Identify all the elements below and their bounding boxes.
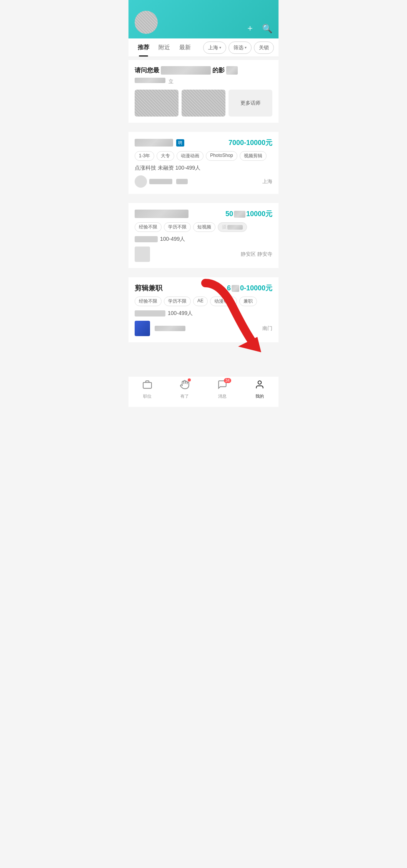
job-card-1[interactable]: 聘 7000-10000元 1-3年 大专 动漫动画 PhotoShop 视频剪… [128, 132, 279, 194]
tab-recommend[interactable]: 推荐 [133, 38, 154, 57]
banner-img-1[interactable] [135, 90, 178, 117]
banner-img-2[interactable] [182, 90, 225, 117]
nav-item-yoyle[interactable]: 有了 [173, 380, 196, 399]
job-card-2[interactable]: 5010000元 经验不限 学历不限 短视频 摄 100-499人 静安区 静安… [128, 203, 279, 268]
job2-tags: 经验不限 学历不限 短视频 摄 [135, 222, 272, 232]
job3-recruiter-avatar [135, 321, 150, 336]
chat-icon: 34 [217, 380, 227, 392]
job2-company: 100-499人 [135, 236, 272, 243]
avatar [135, 11, 158, 34]
nav-item-messages[interactable]: 34 消息 [211, 380, 234, 399]
job-card-3[interactable]: 剪辑兼职 60-10000元 经验不限 学历不限 AE 动漫动画 兼职 100-… [128, 277, 279, 342]
nav-badge-yoyle [188, 378, 191, 382]
job2-title-area [135, 210, 225, 218]
job3-salary: 60-10000元 [227, 283, 272, 293]
job3-title: 剪辑兼职 [135, 283, 162, 293]
job2-location: 静安区 静安寺 [241, 251, 272, 258]
banner-img-more[interactable]: 更多话师 [229, 90, 272, 117]
tab-latest[interactable]: 最新 [175, 38, 195, 57]
job2-tag-blur: 摄 [218, 222, 247, 232]
job3-tag-3: 动漫动画 [210, 297, 237, 306]
job1-header: 聘 7000-10000元 [135, 138, 272, 147]
nav-label-profile: 我的 [255, 393, 264, 399]
person-icon [255, 380, 265, 392]
job1-tag-2: 动漫动画 [177, 151, 204, 161]
job2-title-blur [135, 210, 188, 218]
nav-label-jobs: 职位 [143, 393, 152, 399]
svg-rect-2 [143, 383, 152, 388]
job3-recruiter [135, 321, 185, 336]
job1-recruiter-name [149, 179, 172, 184]
job2-footer: 静安区 静安寺 [135, 247, 272, 262]
job1-title-blur [135, 139, 173, 147]
job2-tag-1: 学历不限 [164, 222, 191, 232]
add-icon[interactable]: ＋ [246, 22, 254, 34]
job1-badge: 聘 [176, 139, 184, 147]
bottom-nav: 职位 有了 34 消息 [128, 376, 279, 407]
banner-question: 请问您最 的影 [135, 66, 272, 75]
banner-blur-text2 [226, 66, 238, 75]
job1-recruiter-avatar [135, 175, 147, 188]
svg-point-4 [258, 381, 262, 384]
job1-recruiter [135, 175, 188, 188]
nav-label-messages: 消息 [218, 393, 227, 399]
job3-tags: 经验不限 学历不限 AE 动漫动画 兼职 [135, 297, 272, 306]
job2-salary: 5010000元 [225, 209, 272, 218]
job2-header: 5010000元 [135, 209, 272, 218]
hand-icon [180, 380, 190, 392]
job1-recruiter-role [176, 179, 188, 184]
chevron-down-icon: ▾ [219, 45, 221, 50]
job1-footer: 上海 [135, 175, 272, 188]
job2-tag-0: 经验不限 [135, 222, 162, 232]
job1-tags: 1-3年 大专 动漫动画 PhotoShop 视频剪辑 [135, 151, 272, 161]
job3-header: 剪辑兼职 60-10000元 [135, 283, 272, 293]
job1-salary: 7000-10000元 [229, 138, 272, 147]
job-card-3-container: 剪辑兼职 60-10000元 经验不限 学历不限 AE 动漫动画 兼职 100-… [128, 277, 279, 342]
job1-tag-4: 视频剪辑 [240, 151, 267, 161]
job3-company: 100-499人 [135, 310, 272, 317]
job1-title-area: 聘 [135, 139, 229, 147]
banner-section: 请问您最 的影 立 更多话师 [128, 60, 279, 123]
nav-badge-messages: 34 [224, 378, 231, 383]
chevron-down-icon: ▾ [245, 45, 247, 50]
job3-tag-4: 兼职 [239, 297, 257, 306]
job2-recruiter [135, 247, 150, 262]
filter-close[interactable]: 关锁 [254, 42, 274, 54]
job3-tag-0: 经验不限 [135, 297, 162, 306]
tab-bar: 推荐 附近 最新 上海 ▾ 筛选 ▾ 关锁 [128, 38, 279, 57]
banner-sub: 立 [135, 78, 272, 85]
job2-recruiter-avatar [135, 247, 150, 262]
briefcase-icon [142, 380, 152, 392]
job3-location: 南门 [262, 325, 272, 332]
tab-nearby[interactable]: 附近 [154, 38, 175, 57]
job1-tag-0: 1-3年 [135, 151, 154, 161]
banner-images: 更多话师 [135, 90, 272, 117]
job2-tag-2: 短视频 [193, 222, 215, 232]
search-icon[interactable]: 🔍 [262, 24, 272, 34]
job3-tag-1: 学历不限 [164, 297, 191, 306]
banner-blur-text [161, 66, 211, 75]
header: ＋ 🔍 [128, 0, 279, 38]
job1-tag-1: 大专 [157, 151, 174, 161]
filter-city[interactable]: 上海 ▾ [203, 42, 226, 54]
nav-label-yoyle: 有了 [180, 393, 189, 399]
job1-company: 点涨科技 未融资 100-499人 [135, 165, 272, 172]
job3-tag-2: AE [193, 297, 208, 306]
job3-footer: 南门 [135, 321, 272, 336]
job1-location: 上海 [262, 178, 272, 185]
nav-item-profile[interactable]: 我的 [248, 380, 271, 399]
nav-item-jobs[interactable]: 职位 [136, 380, 159, 399]
job1-tag-3: PhotoShop [206, 151, 237, 161]
filter-screen[interactable]: 筛选 ▾ [229, 42, 252, 54]
